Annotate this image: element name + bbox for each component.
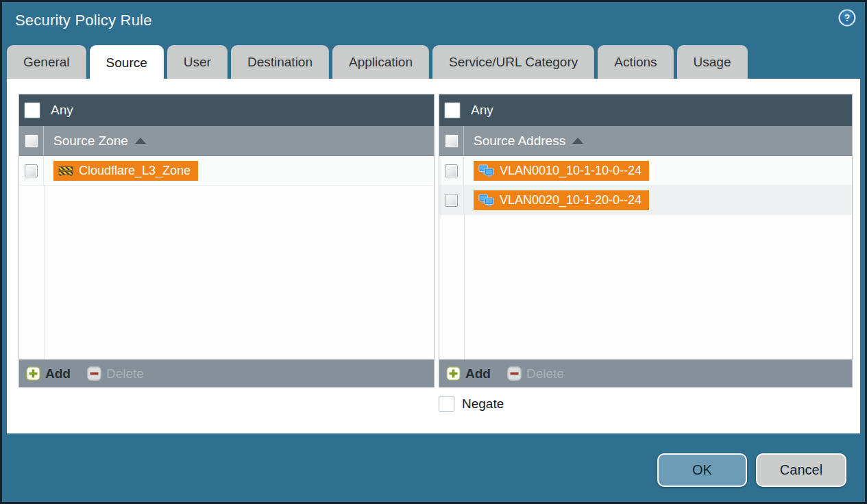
row-checkbox[interactable] — [445, 194, 458, 207]
dialog-title: Security Policy Rule — [15, 12, 152, 29]
source-zone-column-title[interactable]: Source Zone — [53, 134, 146, 149]
row-checkbox-cell — [19, 156, 44, 185]
tab-bar: General Source User Destination Applicat… — [7, 45, 748, 79]
cancel-button[interactable]: Cancel — [756, 453, 846, 487]
delete-button[interactable]: Delete — [87, 366, 144, 381]
address-icon — [478, 164, 494, 177]
source-address-panel: Any Source Address — [439, 94, 853, 388]
column-header-label: Source Address — [474, 134, 565, 149]
select-all-cell — [439, 126, 464, 155]
tab-label: General — [23, 55, 70, 70]
row-checkbox[interactable] — [445, 164, 458, 177]
security-policy-rule-dialog: Security Policy Rule ? General Source Us… — [0, 0, 867, 504]
tab-label: Application — [349, 55, 413, 70]
sort-ascending-icon — [572, 138, 583, 144]
source-address-list: VLAN0010_10-1-10-0--24 — [439, 156, 852, 360]
source-zone-any-label: Any — [51, 103, 73, 118]
source-tab-content: Any Source Zone — [7, 79, 860, 433]
address-tag[interactable]: VLAN0020_10-1-20-0--24 — [474, 190, 649, 210]
tab-source[interactable]: Source — [90, 45, 164, 81]
column-separator — [44, 156, 45, 360]
tab-label: Source — [106, 55, 147, 71]
delete-icon — [87, 366, 101, 381]
zone-tag[interactable]: Cloudflare_L3_Zone — [53, 161, 198, 181]
address-name: VLAN0010_10-1-10-0--24 — [500, 164, 642, 178]
negate-checkbox[interactable] — [439, 396, 454, 412]
row-checkbox[interactable] — [25, 164, 38, 177]
zone-icon — [58, 165, 73, 177]
table-row[interactable]: VLAN0010_10-1-10-0--24 — [439, 156, 852, 186]
address-icon — [478, 194, 494, 207]
source-address-footer: Add Delete — [439, 360, 852, 387]
tab-general[interactable]: General — [7, 45, 86, 79]
dialog-titlebar: Security Policy Rule ? — [2, 2, 865, 45]
table-row[interactable]: VLAN0020_10-1-20-0--24 — [439, 186, 852, 215]
column-header-label: Source Zone — [53, 134, 128, 149]
source-address-column-title[interactable]: Source Address — [474, 134, 583, 149]
tab-label: Usage — [694, 55, 731, 70]
row-checkbox-cell — [439, 186, 464, 214]
negate-label: Negate — [462, 396, 504, 412]
cancel-label: Cancel — [780, 462, 822, 478]
delete-label: Delete — [106, 366, 144, 381]
tab-label: User — [184, 55, 211, 70]
source-address-any-header: Any — [439, 94, 852, 126]
tab-service-url-category[interactable]: Service/URL Category — [432, 45, 594, 79]
ok-label: OK — [692, 462, 712, 478]
source-zone-footer: Add Delete — [19, 360, 434, 387]
table-row[interactable]: Cloudflare_L3_Zone — [19, 156, 434, 186]
tab-actions[interactable]: Actions — [598, 45, 673, 79]
delete-icon — [507, 366, 522, 381]
add-label: Add — [465, 366, 491, 381]
source-address-any-checkbox[interactable] — [445, 103, 460, 118]
source-zone-panel: Any Source Zone — [19, 94, 435, 388]
add-icon — [446, 366, 461, 381]
help-icon[interactable]: ? — [838, 8, 857, 27]
ok-button[interactable]: OK — [657, 453, 747, 487]
tab-usage[interactable]: Usage — [677, 45, 748, 79]
tab-label: Destination — [247, 55, 313, 70]
tab-label: Actions — [614, 55, 657, 70]
address-name: VLAN0020_10-1-20-0--24 — [500, 193, 642, 207]
svg-text:?: ? — [844, 12, 851, 23]
add-button[interactable]: Add — [26, 366, 71, 381]
add-button[interactable]: Add — [446, 366, 491, 381]
select-all-cell — [19, 126, 44, 155]
negate-row: Negate — [439, 396, 504, 412]
zone-name: Cloudflare_L3_Zone — [79, 164, 191, 178]
address-tag[interactable]: VLAN0010_10-1-10-0--24 — [474, 161, 649, 181]
source-address-column-header: Source Address — [439, 126, 852, 156]
sort-ascending-icon — [135, 138, 146, 144]
source-zone-any-checkbox[interactable] — [25, 103, 40, 118]
source-zone-select-all-checkbox[interactable] — [25, 134, 38, 148]
source-zone-column-header: Source Zone — [19, 126, 434, 156]
add-label: Add — [45, 366, 71, 381]
delete-button[interactable]: Delete — [507, 366, 564, 381]
add-icon — [26, 366, 40, 381]
source-address-select-all-checkbox[interactable] — [445, 134, 459, 148]
row-checkbox-cell — [439, 156, 464, 185]
screen: Security Policy Rule ? General Source Us… — [0, 0, 867, 504]
source-zone-any-header: Any — [19, 94, 434, 126]
tab-label: Service/URL Category — [449, 55, 578, 70]
source-address-any-label: Any — [471, 103, 493, 118]
tab-destination[interactable]: Destination — [231, 45, 329, 79]
source-zone-list: Cloudflare_L3_Zone — [19, 156, 434, 360]
tab-user[interactable]: User — [167, 45, 228, 79]
delete-label: Delete — [526, 366, 564, 381]
tab-application[interactable]: Application — [332, 45, 429, 79]
